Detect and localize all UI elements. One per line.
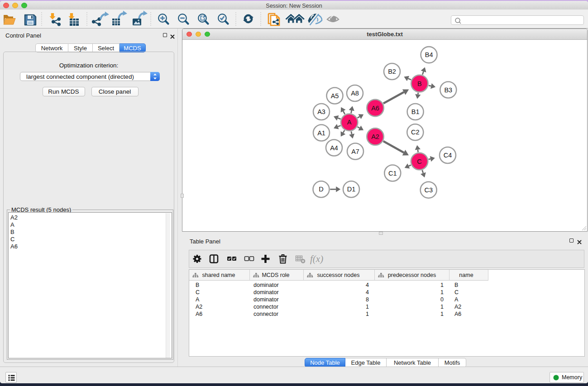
svg-text:A3: A3 [317,108,325,115]
svg-text:D: D [319,186,323,193]
svg-text:A7: A7 [351,148,359,155]
svg-text:B3: B3 [444,86,452,94]
svg-text:C: C [417,158,421,165]
svg-text:A5: A5 [331,92,339,100]
svg-text:C2: C2 [411,129,420,136]
svg-text:A8: A8 [351,90,359,97]
svg-text:A4: A4 [330,144,338,152]
svg-text:A1: A1 [317,129,325,137]
svg-text:C3: C3 [424,186,433,194]
svg-text:B4: B4 [425,51,433,58]
svg-text:f(x): f(x) [310,253,323,264]
svg-text:D1: D1 [347,186,356,193]
svg-text:A6: A6 [371,105,379,112]
svg-text:C4: C4 [444,152,452,159]
svg-text:B1: B1 [411,108,420,115]
svg-text:A2: A2 [371,133,379,140]
svg-text:C1: C1 [388,170,397,177]
svg-text:A: A [347,119,352,126]
svg-text:B2: B2 [388,68,396,75]
svg-text:B: B [417,80,422,87]
